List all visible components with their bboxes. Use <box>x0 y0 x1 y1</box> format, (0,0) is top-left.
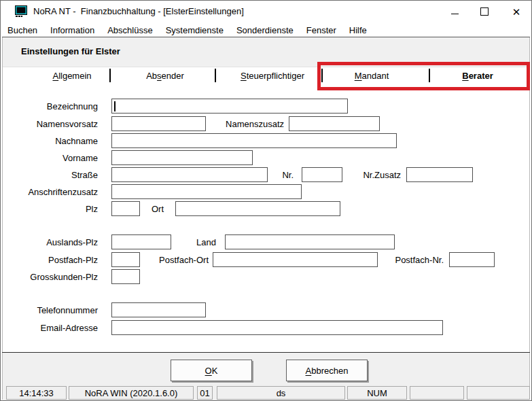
page-title: Einstellungen für Elster <box>21 46 120 56</box>
input-postfachnr[interactable] <box>449 252 495 267</box>
tab-separator <box>321 69 323 82</box>
status-version: NoRA WIN (2020.1.6.0) <box>69 386 194 400</box>
input-bezeichnung[interactable] <box>111 99 348 114</box>
app-icon <box>15 5 28 18</box>
tab-mandant[interactable]: Mandant <box>338 71 406 83</box>
label-postfachnr: Postfach-Nr. <box>389 255 444 265</box>
title-bar: NoRA NT - Finanzbuchhaltung - [ElsterEin… <box>1 1 531 22</box>
label-plz: Plz <box>6 204 98 214</box>
text-caret <box>114 101 116 111</box>
menu-systemdienste[interactable]: Systemdienste <box>160 24 231 37</box>
input-strasse[interactable] <box>111 167 268 182</box>
label-vorname: Vorname <box>6 153 98 163</box>
input-auslandsplz[interactable] <box>111 234 171 249</box>
input-namensvorsatz[interactable] <box>111 116 206 131</box>
label-anschriftenzusatz: Anschriftenzusatz <box>6 187 98 197</box>
input-land[interactable] <box>225 234 395 249</box>
input-emailadresse[interactable] <box>111 320 443 335</box>
label-grosskundenplz: Grosskunden-Plz <box>6 272 98 282</box>
menu-bar: Buchen Information Abschlüsse Systemdien… <box>2 23 374 37</box>
maximize-icon <box>480 7 489 16</box>
menu-hilfe[interactable]: Hilfe <box>344 24 374 37</box>
label-ort: Ort <box>146 204 164 214</box>
status-empty-1 <box>410 386 464 400</box>
label-telefonnummer: Telefonnummer <box>6 305 98 315</box>
menu-information[interactable]: Information <box>45 24 102 37</box>
input-anschriftenzusatz[interactable] <box>111 184 302 199</box>
status-empty-2 <box>467 386 530 400</box>
tab-steuerpflichtiger[interactable]: Steuerpflichtiger <box>232 71 313 83</box>
label-strasse: Straße <box>6 170 98 180</box>
input-nachname[interactable] <box>111 133 397 148</box>
status-time: 14:14:33 <box>6 386 67 400</box>
input-vorname[interactable] <box>111 150 253 165</box>
client-left-border <box>2 37 3 400</box>
close-icon: ✕ <box>512 7 521 17</box>
menu-buchen[interactable]: Buchen <box>2 24 45 37</box>
menu-abschluesse[interactable]: Abschlüsse <box>102 24 160 37</box>
label-nachname: Nachname <box>6 136 98 146</box>
button-band <box>3 353 529 386</box>
status-client-number: 01 <box>197 386 213 400</box>
label-bezeichnung: Bezeichnung <box>6 101 98 111</box>
label-postfachplz: Postfach-Plz <box>6 255 98 265</box>
tab-allgemein[interactable]: Allgemein <box>38 71 106 83</box>
label-nr: Nr. <box>266 170 294 180</box>
status-user: ds <box>217 386 345 400</box>
label-namenszusatz: Namenszusatz <box>216 119 284 129</box>
status-numlock: NUM <box>347 386 407 400</box>
label-namensvorsatz: Namensvorsatz <box>6 119 98 129</box>
minimize-icon <box>451 14 459 14</box>
input-postfachort[interactable] <box>213 252 378 267</box>
tab-berater[interactable]: Berater <box>444 71 512 83</box>
tab-separator <box>215 69 216 82</box>
label-nrzusatz: Nr.Zusatz <box>347 170 401 180</box>
input-telefonnummer[interactable] <box>111 302 206 317</box>
input-plz[interactable] <box>111 201 140 216</box>
minimize-button[interactable] <box>444 3 465 20</box>
input-nr[interactable] <box>302 167 342 182</box>
input-nrzusatz[interactable] <box>406 167 473 182</box>
input-grosskundenplz[interactable] <box>111 269 140 284</box>
tab-absender[interactable]: Absender <box>131 71 199 83</box>
input-ort[interactable] <box>175 201 340 216</box>
tab-separator <box>429 69 430 82</box>
client-right-border <box>529 37 530 400</box>
input-namenszusatz[interactable] <box>289 116 380 131</box>
ok-button[interactable]: OK <box>171 360 252 381</box>
input-postfachplz[interactable] <box>111 252 140 267</box>
label-auslandsplz: Auslands-Plz <box>6 237 98 247</box>
menu-fenster[interactable]: Fenster <box>301 24 344 37</box>
maximize-button[interactable] <box>474 3 495 20</box>
label-land: Land <box>182 237 216 247</box>
label-postfachort: Postfach-Ort <box>154 255 209 265</box>
window-title: NoRA NT - Finanzbuchhaltung - [ElsterEin… <box>33 6 244 16</box>
app-window: NoRA NT - Finanzbuchhaltung - [ElsterEin… <box>0 0 532 401</box>
close-button[interactable]: ✕ <box>506 3 527 20</box>
menu-sonderdienste[interactable]: Sonderdienste <box>231 24 301 37</box>
cancel-button[interactable]: Abbrechen <box>286 360 368 381</box>
label-emailadresse: Email-Adresse <box>6 323 98 333</box>
tab-separator <box>109 69 111 82</box>
